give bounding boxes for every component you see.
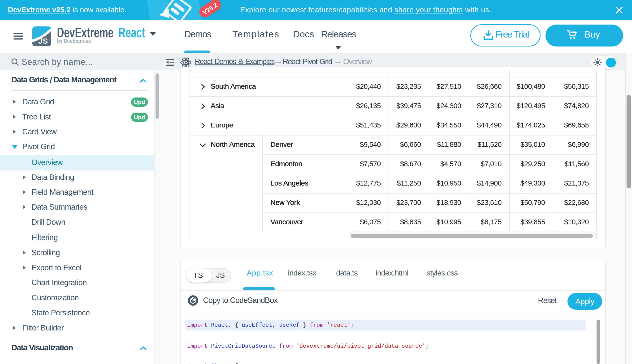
svg-text:JS: JS <box>38 37 48 45</box>
